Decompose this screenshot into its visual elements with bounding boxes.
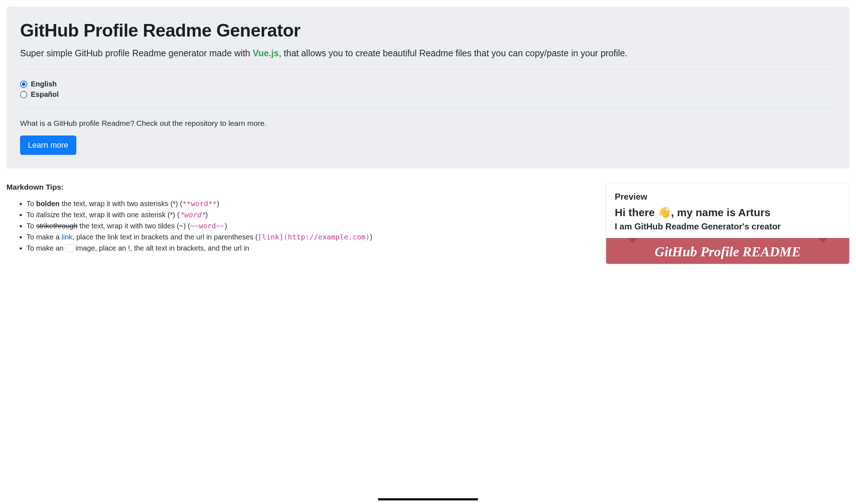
- image-placeholder-icon: [66, 244, 73, 252]
- tip-text: , place the link text in brackets and th…: [72, 233, 258, 241]
- tip-code: *word*: [180, 210, 205, 219]
- tip-text: To: [27, 211, 36, 219]
- tips-title: Markdown Tips:: [6, 183, 597, 191]
- tip-text: the text, wrap it with one asterisk (*) …: [60, 211, 180, 219]
- page-title: GitHub Profile Readme Generator: [20, 20, 836, 41]
- tip-code: [link](http://example.com): [258, 233, 370, 241]
- tip-text: the text, wrap it with two tildes (~) (: [77, 222, 190, 230]
- lower-section: Markdown Tips: To bolden the text, wrap …: [6, 183, 850, 264]
- tip-text: the text, wrap it with two asterisks (*)…: [60, 200, 182, 208]
- tip-code: **word**: [182, 199, 217, 208]
- preview-card: Preview Hi there 👋, my name is Arturs I …: [606, 183, 850, 264]
- tip-text: image, place an !, the alt text in brack…: [73, 244, 249, 252]
- what-is-text: What is a GitHub profile Readme? Check o…: [20, 119, 836, 128]
- tip-text: e: [56, 211, 60, 219]
- tip-text: ): [217, 200, 219, 208]
- tip-text: To make a: [27, 233, 62, 241]
- tip-bold-word: bolden: [36, 200, 60, 208]
- tip-text: ): [370, 233, 372, 241]
- page-subtitle: Super simple GitHub profile Readme gener…: [20, 47, 836, 60]
- tip-text: To: [27, 200, 36, 208]
- subtitle-text-after: , that allows you to create beautiful Re…: [279, 48, 628, 58]
- tip-code: ~~word~~: [190, 222, 224, 230]
- tip-strike-word: strikethrough: [36, 222, 78, 230]
- radio-english[interactable]: [20, 81, 27, 88]
- tip-link-word: link: [62, 233, 72, 241]
- subtitle-text-before: Super simple GitHub profile Readme gener…: [20, 48, 253, 58]
- preview-heading: Hi there 👋, my name is Arturs: [615, 206, 841, 219]
- tip-text: To make an: [27, 244, 66, 252]
- tip-strike: To strikethrough the text, wrap it with …: [27, 221, 597, 231]
- tip-text: To: [27, 222, 36, 230]
- vue-link[interactable]: Vue.js: [253, 48, 279, 58]
- markdown-tips: Markdown Tips: To bolden the text, wrap …: [6, 183, 597, 254]
- tip-text: ): [225, 222, 227, 230]
- tip-italic-word: italisiz: [36, 211, 56, 219]
- preview-subheading: I am GitHub Readme Generator's creator: [615, 222, 841, 232]
- tips-list: To bolden the text, wrap it with two ast…: [6, 199, 597, 253]
- language-option-english[interactable]: English: [20, 80, 836, 88]
- preview-heading-text: Hi there: [615, 206, 658, 218]
- language-label-spanish: Español: [31, 90, 59, 99]
- preview-label: Preview: [615, 192, 841, 202]
- tip-bold: To bolden the text, wrap it with two ast…: [27, 199, 597, 209]
- learn-more-button[interactable]: Learn more: [20, 135, 76, 155]
- radio-spanish[interactable]: [20, 91, 27, 98]
- tip-link: To make a link, place the link text in b…: [27, 232, 597, 242]
- language-option-spanish[interactable]: Español: [20, 90, 836, 99]
- divider-top: [20, 70, 836, 70]
- preview-heading-text: , my name is Arturs: [671, 206, 770, 218]
- language-radio-group: English Español: [20, 80, 836, 99]
- wave-icon: 👋: [658, 206, 671, 218]
- language-label-english: English: [31, 80, 57, 88]
- tip-text: ): [205, 211, 208, 219]
- divider-bottom: [20, 109, 836, 109]
- hero-section: GitHub Profile Readme Generator Super si…: [6, 6, 850, 168]
- tip-italic: To italisize the text, wrap it with one …: [27, 210, 597, 220]
- tip-image: To make an image, place an !, the alt te…: [27, 243, 597, 253]
- preview-banner: GitHub Profile README: [606, 238, 849, 264]
